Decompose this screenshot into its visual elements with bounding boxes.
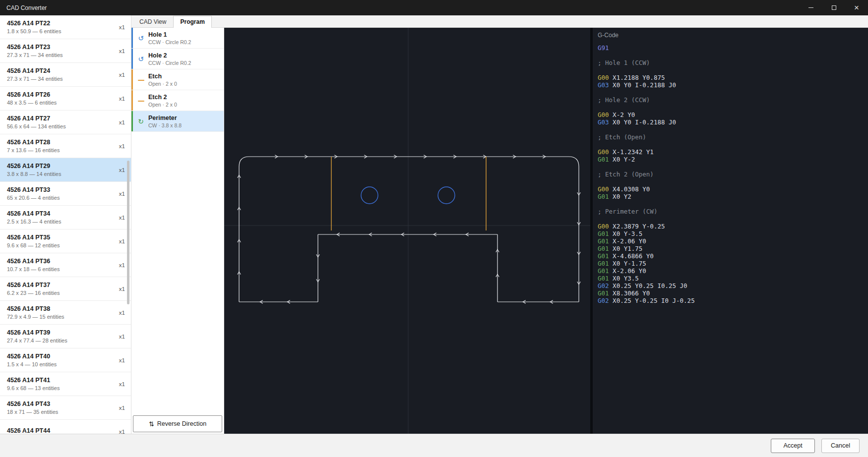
operation-name: Etch xyxy=(148,73,177,80)
operation-detail: CCW · Circle R0.2 xyxy=(148,39,191,45)
part-name: 4526 A14 PT28 xyxy=(7,139,60,146)
part-list-item[interactable]: 4526 A14 PT39 27.4 x 77.4 — 28 entities … xyxy=(0,325,131,348)
part-name: 4526 A14 PT39 xyxy=(7,329,67,336)
maximize-icon xyxy=(832,5,836,10)
part-name: 4526 A14 PT27 xyxy=(7,115,66,122)
operation-detail: Open · 2 x 0 xyxy=(148,81,177,87)
ccw-arrow-icon: ↺ xyxy=(136,56,146,62)
minimize-icon xyxy=(808,7,813,8)
reverse-direction-button[interactable]: Reverse Direction xyxy=(133,415,222,432)
part-name: 4526 A14 PT40 xyxy=(7,353,57,360)
gcode-line: G01 X0 Y-2 xyxy=(598,156,868,163)
part-list-item[interactable]: 4526 A14 PT22 1.8 x 50.9 — 6 entities x1 xyxy=(0,15,131,39)
part-qty: x1 xyxy=(116,72,125,78)
sidebar-scrollbar[interactable] xyxy=(127,161,129,304)
gcode-line: G00 X4.0308 Y0 xyxy=(598,185,868,193)
part-dims: 7 x 13.6 — 16 entities xyxy=(7,147,60,153)
part-list-item[interactable]: 4526 A14 PT29 3.8 x 8.8 — 14 entities x1 xyxy=(0,158,131,182)
part-list-item[interactable]: 4526 A14 PT23 27.3 x 71 — 34 entities x1 xyxy=(0,39,131,63)
tab-cad-view[interactable]: CAD View xyxy=(132,16,173,28)
part-qty: x1 xyxy=(116,310,125,316)
part-dims: 9.6 x 68 — 12 entities xyxy=(7,242,60,248)
axes xyxy=(224,28,590,434)
part-list-item[interactable]: 4526 A14 PT41 9.6 x 68 — 13 entities x1 xyxy=(0,372,131,396)
reverse-direction-label: Reverse Direction xyxy=(157,420,206,427)
gcode-line: G00 X-1.2342 Y1 xyxy=(598,148,868,156)
part-name: 4526 A14 PT23 xyxy=(7,44,63,51)
part-dims: 10.7 x 18 — 6 entities xyxy=(7,266,60,272)
gcode-blank-line xyxy=(598,89,868,96)
part-text: 4526 A14 PT39 27.4 x 77.4 — 28 entities xyxy=(7,329,67,343)
part-list-item[interactable]: 4526 A14 PT24 27.3 x 71 — 34 entities x1 xyxy=(0,63,131,87)
operation-list: ↺ Hole 1 CCW · Circle R0.2 ↺ Hole 2 CCW … xyxy=(131,28,224,414)
operation-name: Etch 2 xyxy=(148,94,177,101)
part-list-item[interactable]: 4526 A14 PT26 48 x 3.5 — 6 entities x1 xyxy=(0,87,131,111)
minimize-button[interactable] xyxy=(800,0,822,15)
operation-detail: CCW · Circle R0.2 xyxy=(148,60,191,66)
operation-item[interactable]: ↺ Hole 1 CCW · Circle R0.2 xyxy=(131,28,224,49)
part-name: 4526 A14 PT26 xyxy=(7,91,57,98)
part-qty: x1 xyxy=(116,191,125,197)
part-list-item[interactable]: 4526 A14 PT43 18 x 71 — 35 entities x1 xyxy=(0,396,131,420)
operation-accent xyxy=(131,49,133,69)
part-text: 4526 A14 PT24 27.3 x 71 — 34 entities xyxy=(7,67,63,82)
gcode-line: G01 X0 Y3.5 xyxy=(598,275,868,282)
part-list-item[interactable]: 4526 A14 PT28 7 x 13.6 — 16 entities x1 xyxy=(0,134,131,158)
part-dims: 2.5 x 16.3 — 4 entities xyxy=(7,219,61,225)
operation-item[interactable]: Etch 2 Open · 2 x 0 xyxy=(131,90,224,111)
part-text: 4526 A14 PT29 3.8 x 8.8 — 14 entities xyxy=(7,163,61,177)
operation-text: Etch 2 Open · 2 x 0 xyxy=(148,94,177,108)
operation-text: Hole 1 CCW · Circle R0.2 xyxy=(148,31,191,45)
part-dims: 9.6 x 68 — 13 entities xyxy=(7,385,60,391)
part-name: 4526 A14 PT37 xyxy=(7,282,60,288)
operation-item[interactable]: Etch Open · 2 x 0 xyxy=(131,69,224,90)
part-dims: 27.3 x 71 — 34 entities xyxy=(7,76,63,82)
part-name: 4526 A14 PT33 xyxy=(7,186,60,193)
accept-button[interactable]: Accept xyxy=(771,439,815,453)
cancel-button[interactable]: Cancel xyxy=(821,439,860,453)
part-dims: 72.9 x 4.9 — 15 entities xyxy=(7,314,64,320)
operation-name: Perimeter xyxy=(148,114,182,121)
close-button[interactable] xyxy=(845,0,868,15)
maximize-button[interactable] xyxy=(822,0,845,15)
gcode-line: G01 X-4.6866 Y0 xyxy=(598,252,868,260)
part-name: 4526 A14 PT34 xyxy=(7,210,61,217)
part-list-item[interactable]: 4526 A14 PT44 x1 xyxy=(0,420,131,434)
part-dims: 27.4 x 77.4 — 28 entities xyxy=(7,338,67,343)
part-dims: 1.5 x 4 — 10 entities xyxy=(7,361,57,367)
part-dims: 65 x 20.6 — 4 entities xyxy=(7,195,60,201)
part-name: 4526 A14 PT43 xyxy=(7,400,58,407)
gcode-line: G03 X0 Y0 I-0.2188 J0 xyxy=(598,118,868,126)
part-list-item[interactable]: 4526 A14 PT38 72.9 x 4.9 — 15 entities x… xyxy=(0,301,131,325)
gcode-line: G01 X-2.06 Y0 xyxy=(598,267,868,275)
corner-arc-top-right xyxy=(569,157,579,167)
part-name: 4526 A14 PT41 xyxy=(7,377,60,384)
tab-program[interactable]: Program xyxy=(173,16,211,28)
part-list-item[interactable]: 4526 A14 PT36 10.7 x 18 — 6 entities x1 xyxy=(0,253,131,277)
gcode-line: G01 X0 Y1.75 xyxy=(598,245,868,252)
cad-drawing xyxy=(224,28,590,434)
gcode-line: G00 X1.2188 Y0.875 xyxy=(598,74,868,81)
gcode-blank-line xyxy=(598,200,868,208)
operation-item[interactable]: ↺ Hole 2 CCW · Circle R0.2 xyxy=(131,49,224,69)
part-list-item[interactable]: 4526 A14 PT34 2.5 x 16.3 — 4 entities x1 xyxy=(0,206,131,229)
cad-canvas[interactable] xyxy=(224,28,590,434)
right-region: CAD View Program ↺ Hole 1 CCW · Circle R… xyxy=(131,15,868,434)
part-list-item[interactable]: 4526 A14 PT40 1.5 x 4 — 10 entities x1 xyxy=(0,348,131,372)
part-name: 4526 A14 PT29 xyxy=(7,163,61,170)
part-list-item[interactable]: 4526 A14 PT35 9.6 x 68 — 12 entities x1 xyxy=(0,229,131,253)
gcode-blank-line xyxy=(598,104,868,111)
operation-text: Perimeter CW · 3.8 x 8.8 xyxy=(148,114,182,128)
part-text: 4526 A14 PT44 xyxy=(7,427,50,434)
part-dims: 27.3 x 71 — 34 entities xyxy=(7,52,63,58)
part-list-item[interactable]: 4526 A14 PT33 65 x 20.6 — 4 entities x1 xyxy=(0,182,131,206)
operation-item[interactable]: ↻ Perimeter CW · 3.8 x 8.8 xyxy=(131,111,224,132)
gcode-comment-line: ; Perimeter (CW) xyxy=(598,208,868,215)
part-list-item[interactable]: 4526 A14 PT37 6.2 x 23 — 16 entities x1 xyxy=(0,277,131,301)
line-icon xyxy=(136,97,146,104)
part-qty: x1 xyxy=(116,334,125,340)
reverse-direction-icon xyxy=(149,420,154,428)
gcode-line: G01 X0 Y-1.75 xyxy=(598,260,868,267)
part-text: 4526 A14 PT33 65 x 20.6 — 4 entities xyxy=(7,186,60,201)
part-list-item[interactable]: 4526 A14 PT27 56.6 x 64 — 134 entities x… xyxy=(0,111,131,134)
